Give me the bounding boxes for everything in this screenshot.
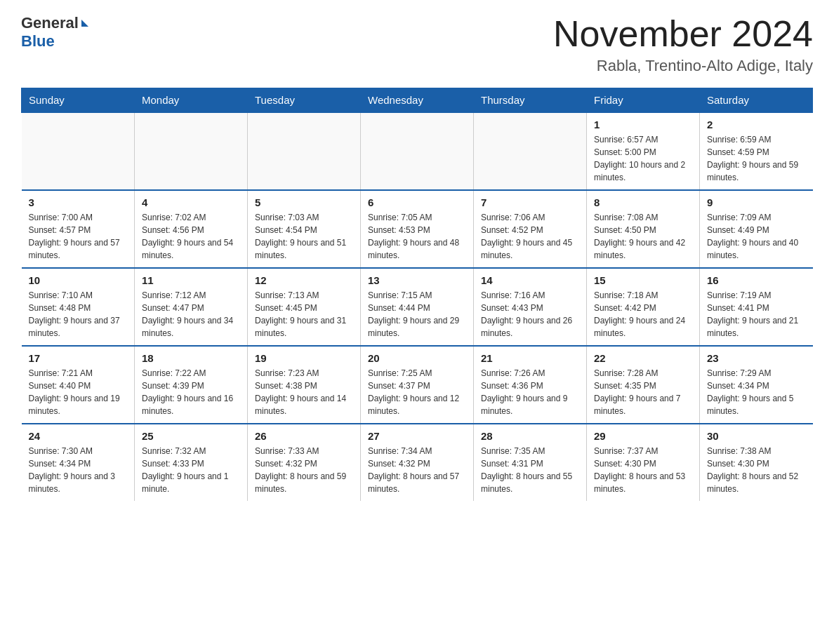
calendar-cell [135, 112, 248, 190]
day-number: 26 [255, 430, 353, 442]
day-info: Sunrise: 7:05 AM Sunset: 4:53 PM Dayligh… [368, 211, 466, 262]
day-info: Sunrise: 7:08 AM Sunset: 4:50 PM Dayligh… [594, 211, 692, 262]
day-number: 28 [481, 430, 579, 442]
day-number: 27 [368, 430, 466, 442]
day-info: Sunrise: 6:59 AM Sunset: 4:59 PM Dayligh… [707, 133, 806, 184]
calendar-week-row: 3Sunrise: 7:00 AM Sunset: 4:57 PM Daylig… [22, 190, 813, 268]
day-info: Sunrise: 7:22 AM Sunset: 4:39 PM Dayligh… [142, 367, 240, 417]
calendar-week-row: 17Sunrise: 7:21 AM Sunset: 4:40 PM Dayli… [22, 346, 813, 424]
day-info: Sunrise: 7:15 AM Sunset: 4:44 PM Dayligh… [368, 289, 466, 340]
day-number: 1 [594, 119, 692, 130]
day-number: 19 [255, 352, 353, 364]
day-number: 12 [255, 274, 353, 286]
calendar-cell: 6Sunrise: 7:05 AM Sunset: 4:53 PM Daylig… [361, 190, 474, 268]
calendar-cell: 17Sunrise: 7:21 AM Sunset: 4:40 PM Dayli… [22, 346, 135, 424]
calendar-cell: 9Sunrise: 7:09 AM Sunset: 4:49 PM Daylig… [700, 190, 813, 268]
calendar-cell: 27Sunrise: 7:34 AM Sunset: 4:32 PM Dayli… [361, 424, 474, 501]
day-number: 11 [142, 274, 240, 286]
calendar-cell: 2Sunrise: 6:59 AM Sunset: 4:59 PM Daylig… [700, 112, 813, 190]
day-info: Sunrise: 7:12 AM Sunset: 4:47 PM Dayligh… [142, 289, 240, 340]
day-number: 13 [368, 274, 466, 286]
calendar-cell: 20Sunrise: 7:25 AM Sunset: 4:37 PM Dayli… [361, 346, 474, 424]
calendar-week-row: 24Sunrise: 7:30 AM Sunset: 4:34 PM Dayli… [22, 424, 813, 501]
day-number: 2 [707, 119, 806, 130]
day-number: 14 [481, 274, 579, 286]
day-number: 18 [142, 352, 240, 364]
day-number: 24 [29, 430, 128, 442]
calendar-cell: 15Sunrise: 7:18 AM Sunset: 4:42 PM Dayli… [587, 268, 700, 346]
day-info: Sunrise: 7:02 AM Sunset: 4:56 PM Dayligh… [142, 211, 240, 262]
calendar-cell: 12Sunrise: 7:13 AM Sunset: 4:45 PM Dayli… [248, 268, 361, 346]
page-header: General Blue November 2024 Rabla, Trenti… [21, 14, 813, 75]
day-number: 29 [594, 430, 692, 442]
calendar-cell: 25Sunrise: 7:32 AM Sunset: 4:33 PM Dayli… [135, 424, 248, 501]
day-number: 21 [481, 352, 579, 364]
day-info: Sunrise: 7:16 AM Sunset: 4:43 PM Dayligh… [481, 289, 579, 340]
weekday-header-tuesday: Tuesday [248, 88, 361, 113]
logo-general-text: General [21, 14, 79, 32]
day-number: 5 [255, 196, 353, 208]
location-subtitle: Rabla, Trentino-Alto Adige, Italy [553, 57, 813, 75]
weekday-header-wednesday: Wednesday [361, 88, 474, 113]
calendar-cell [361, 112, 474, 190]
day-info: Sunrise: 7:13 AM Sunset: 4:45 PM Dayligh… [255, 289, 353, 340]
weekday-header-friday: Friday [587, 88, 700, 113]
calendar-cell: 10Sunrise: 7:10 AM Sunset: 4:48 PM Dayli… [22, 268, 135, 346]
day-number: 16 [707, 274, 806, 286]
calendar-cell: 28Sunrise: 7:35 AM Sunset: 4:31 PM Dayli… [474, 424, 587, 501]
calendar-cell: 13Sunrise: 7:15 AM Sunset: 4:44 PM Dayli… [361, 268, 474, 346]
day-info: Sunrise: 7:25 AM Sunset: 4:37 PM Dayligh… [368, 367, 466, 417]
calendar-cell: 16Sunrise: 7:19 AM Sunset: 4:41 PM Dayli… [700, 268, 813, 346]
calendar-cell: 22Sunrise: 7:28 AM Sunset: 4:35 PM Dayli… [587, 346, 700, 424]
day-number: 20 [368, 352, 466, 364]
logo: General Blue [21, 14, 88, 51]
day-number: 6 [368, 196, 466, 208]
calendar-cell: 3Sunrise: 7:00 AM Sunset: 4:57 PM Daylig… [22, 190, 135, 268]
logo-arrow-icon [81, 20, 88, 27]
day-number: 10 [29, 274, 128, 286]
day-number: 23 [707, 352, 806, 364]
day-info: Sunrise: 7:10 AM Sunset: 4:48 PM Dayligh… [29, 289, 128, 340]
day-number: 15 [594, 274, 692, 286]
calendar-table: SundayMondayTuesdayWednesdayThursdayFrid… [21, 88, 813, 501]
calendar-cell: 24Sunrise: 7:30 AM Sunset: 4:34 PM Dayli… [22, 424, 135, 501]
weekday-header-monday: Monday [135, 88, 248, 113]
calendar-week-row: 10Sunrise: 7:10 AM Sunset: 4:48 PM Dayli… [22, 268, 813, 346]
day-info: Sunrise: 7:33 AM Sunset: 4:32 PM Dayligh… [255, 445, 353, 495]
day-number: 3 [29, 196, 128, 208]
day-info: Sunrise: 7:06 AM Sunset: 4:52 PM Dayligh… [481, 211, 579, 262]
day-info: Sunrise: 7:28 AM Sunset: 4:35 PM Dayligh… [594, 367, 692, 417]
day-number: 7 [481, 196, 579, 208]
day-info: Sunrise: 6:57 AM Sunset: 5:00 PM Dayligh… [594, 133, 692, 184]
calendar-cell: 4Sunrise: 7:02 AM Sunset: 4:56 PM Daylig… [135, 190, 248, 268]
calendar-cell: 14Sunrise: 7:16 AM Sunset: 4:43 PM Dayli… [474, 268, 587, 346]
day-info: Sunrise: 7:34 AM Sunset: 4:32 PM Dayligh… [368, 445, 466, 495]
day-info: Sunrise: 7:38 AM Sunset: 4:30 PM Dayligh… [707, 445, 806, 495]
day-info: Sunrise: 7:00 AM Sunset: 4:57 PM Dayligh… [29, 211, 128, 262]
calendar-cell: 18Sunrise: 7:22 AM Sunset: 4:39 PM Dayli… [135, 346, 248, 424]
day-number: 4 [142, 196, 240, 208]
calendar-cell: 23Sunrise: 7:29 AM Sunset: 4:34 PM Dayli… [700, 346, 813, 424]
day-info: Sunrise: 7:26 AM Sunset: 4:36 PM Dayligh… [481, 367, 579, 417]
day-number: 17 [29, 352, 128, 364]
calendar-cell [22, 112, 135, 190]
calendar-header-row: SundayMondayTuesdayWednesdayThursdayFrid… [22, 88, 813, 113]
calendar-cell: 30Sunrise: 7:38 AM Sunset: 4:30 PM Dayli… [700, 424, 813, 501]
weekday-header-sunday: Sunday [22, 88, 135, 113]
month-title: November 2024 [553, 14, 813, 54]
day-info: Sunrise: 7:35 AM Sunset: 4:31 PM Dayligh… [481, 445, 579, 495]
day-number: 25 [142, 430, 240, 442]
day-info: Sunrise: 7:03 AM Sunset: 4:54 PM Dayligh… [255, 211, 353, 262]
calendar-cell: 21Sunrise: 7:26 AM Sunset: 4:36 PM Dayli… [474, 346, 587, 424]
day-info: Sunrise: 7:37 AM Sunset: 4:30 PM Dayligh… [594, 445, 692, 495]
day-info: Sunrise: 7:32 AM Sunset: 4:33 PM Dayligh… [142, 445, 240, 495]
calendar-cell: 8Sunrise: 7:08 AM Sunset: 4:50 PM Daylig… [587, 190, 700, 268]
calendar-cell [474, 112, 587, 190]
calendar-cell: 5Sunrise: 7:03 AM Sunset: 4:54 PM Daylig… [248, 190, 361, 268]
calendar-cell: 11Sunrise: 7:12 AM Sunset: 4:47 PM Dayli… [135, 268, 248, 346]
calendar-cell: 19Sunrise: 7:23 AM Sunset: 4:38 PM Dayli… [248, 346, 361, 424]
weekday-header-saturday: Saturday [700, 88, 813, 113]
logo-blue-text: Blue [21, 32, 55, 50]
day-number: 22 [594, 352, 692, 364]
day-info: Sunrise: 7:21 AM Sunset: 4:40 PM Dayligh… [29, 367, 128, 417]
